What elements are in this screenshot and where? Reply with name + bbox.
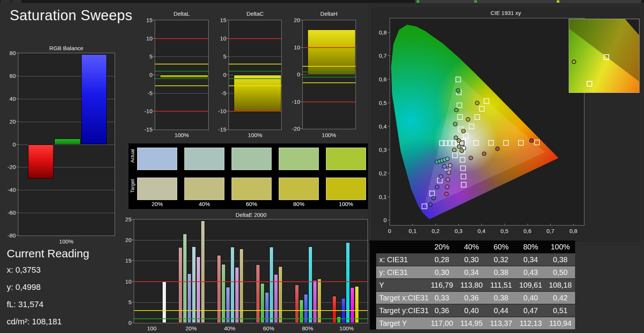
delta-e-bar (221, 264, 226, 323)
table-cell: 0,40 (457, 306, 486, 315)
table-cell: 0,38 (486, 268, 516, 277)
cie-y-tick-label: 0,4 (372, 123, 387, 129)
measured-dot (454, 108, 458, 112)
rgb-bar-green (54, 139, 81, 144)
delta-l-title: DeltaL (173, 10, 190, 17)
swatch-col-label: 60% (232, 201, 272, 207)
green-limit-line (155, 78, 208, 79)
cie-x-tick-label: 0,7 (547, 228, 554, 234)
measured-dot (452, 148, 456, 152)
gridline (229, 57, 281, 57)
cie-x-tick-mark (573, 224, 574, 225)
rgb-bar-blue (81, 54, 107, 144)
table-cell: 113,37 (486, 319, 516, 328)
y-tick-mark (300, 102, 302, 102)
current-reading-cdm2: cd/m²: 108,181 (7, 317, 89, 327)
y-tick-mark (300, 47, 302, 48)
measured-dot (439, 175, 443, 178)
table-cell: 111,51 (486, 281, 516, 290)
y-tick-label: 15 (137, 17, 152, 23)
delta-e-bar (192, 246, 196, 323)
green-limit-line (229, 71, 281, 72)
table-row-label: x: CIE31 (376, 255, 427, 264)
table-row-strip (370, 253, 376, 266)
table-cell: 116,79 (427, 281, 457, 290)
delta-e-bar (337, 317, 341, 323)
table-row: Target x:CIE310,330,360,380,400,42 (370, 291, 575, 304)
window-top-strip (0, 0, 644, 3)
table-cell: 0,33 (427, 294, 457, 302)
page-title: Saturation Sweeps (10, 7, 132, 24)
table-corner-strip (370, 240, 376, 253)
y-tick-mark (16, 212, 18, 213)
gridline (134, 240, 368, 240)
table-cell: 0,30 (457, 255, 486, 264)
green-limit-line (155, 71, 208, 72)
cie-y-tick-label: 0,3 (372, 146, 387, 153)
cie-x-tick-mark (505, 224, 505, 225)
y-tick-mark (227, 20, 229, 20)
delta-h-title: DeltaH (320, 10, 338, 17)
measured-dot (442, 164, 446, 168)
y-tick-mark (300, 20, 302, 20)
table-cell: 0,28 (427, 255, 457, 264)
cie-x-tick-label: 0,3 (454, 228, 462, 234)
table-cell: 0,32 (486, 255, 516, 264)
y-tick-mark (153, 129, 155, 130)
top-tab-band (415, 0, 641, 3)
y-tick-mark (300, 74, 302, 75)
delta-e-bar (313, 280, 317, 323)
cie-y-tick-label: 0 (372, 217, 387, 223)
top-tab-mark (557, 0, 559, 3)
y-tick-label: -15 (211, 126, 226, 133)
cie-y-tick-label: 0,7 (372, 52, 387, 59)
measured-dot (469, 156, 473, 160)
cie-y-tick-mark (388, 126, 390, 127)
y-tick-mark (153, 75, 155, 75)
table-row-label: Target x:CIE31 (376, 294, 427, 302)
table-cell: 117,00 (427, 319, 457, 328)
actual-target-swatch-panel: ActualTarget20%40%60%80%100% (129, 143, 368, 209)
delta-bar (308, 30, 356, 75)
y-tick-label: 5 (117, 299, 131, 305)
table-cell: 0,34 (516, 255, 545, 264)
rgb-balance-xlabel: 100% (59, 238, 73, 245)
delta-e-bar (350, 287, 354, 323)
top-tab-chip (1, 0, 11, 3)
delta-e-bar (230, 247, 235, 323)
delta-bar (234, 75, 281, 111)
green-limit-line (303, 72, 356, 72)
delta-h-xlabel: 100% (322, 132, 336, 138)
table-row-strip (370, 304, 376, 317)
swatch-target-60% (232, 178, 272, 200)
delta-e-bar (260, 283, 264, 323)
swatch-actual-100% (326, 148, 366, 170)
rgb-balance-chart (18, 53, 115, 236)
delta-l-chart (155, 20, 209, 130)
table-row-label: Target y:CIE31 (376, 306, 427, 315)
table-cell: 0,43 (516, 268, 545, 277)
delta-c-chart (229, 20, 282, 130)
table-cell: 0,30 (427, 268, 457, 277)
y-tick-label: 0 (211, 72, 226, 78)
y-tick-label: 25 (117, 216, 131, 222)
swatch-target-20% (137, 178, 177, 200)
top-tab-mark (417, 0, 419, 3)
cie-zoom-inset (569, 19, 640, 93)
measured-dot (429, 203, 432, 206)
yellow-limit-line (155, 64, 208, 64)
table-header-cell: 80% (516, 243, 545, 251)
cie-x-tick-label: 0,1 (409, 228, 417, 234)
y-tick-mark (227, 38, 229, 39)
cie-x-tick-mark (412, 224, 413, 225)
delta-e-bar (317, 279, 321, 323)
table-row: x: CIE310,280,300,320,340,38 (370, 253, 575, 266)
green-limit-line (229, 78, 281, 79)
cie-x-tick-label: 0,8 (569, 228, 577, 234)
cie-x-tick-label: 0,5 (501, 228, 508, 234)
y-tick-mark (132, 219, 134, 220)
measured-dot (445, 157, 449, 161)
yellow-limit-line (303, 66, 356, 67)
delta-e-bar (239, 249, 244, 323)
y-tick-mark (16, 144, 18, 145)
